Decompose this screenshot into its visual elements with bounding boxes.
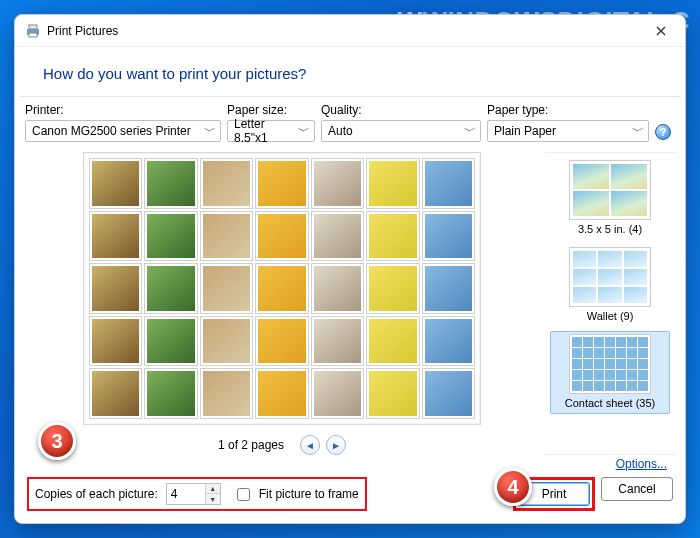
preview-thumb [90,159,141,208]
close-icon [656,26,666,36]
printer-icon [25,23,41,39]
pager-buttons: ◄ ► [300,435,346,455]
dialog-buttons: Print Cancel [513,477,673,511]
quality-control: Quality: Auto ﹀ [321,103,481,142]
layout-option-contact-sheet[interactable]: Contact sheet (35) [550,331,670,414]
titlebar: Print Pictures [15,15,685,47]
preview-column: 1 of 2 pages ◄ ► [27,150,537,455]
layout-label: 3.5 x 5 in. (4) [555,223,665,235]
preview-thumb [367,317,418,366]
layout-label: Wallet (9) [555,310,665,322]
quality-value: Auto [328,124,353,138]
paper-type-select[interactable]: Plain Paper ﹀ [487,120,649,142]
fit-picture-checkbox[interactable] [237,488,250,501]
svg-rect-2 [29,33,37,37]
printer-label: Printer: [25,103,221,117]
print-pictures-dialog: Print Pictures How do you want to print … [14,14,686,524]
body: 1 of 2 pages ◄ ► 3.5 x 5 in. (4) [15,150,685,455]
cancel-button[interactable]: Cancel [601,477,673,501]
preview-thumb [256,212,307,261]
preview-thumb [145,369,196,418]
preview-thumb [201,159,252,208]
preview-thumb [423,212,474,261]
copies-input[interactable] [167,487,205,501]
printer-control: Printer: Canon MG2500 series Printer ﹀ [25,103,221,142]
paper-size-select[interactable]: Letter 8.5"x1 ﹀ [227,120,315,142]
quality-label: Quality: [321,103,481,117]
spinner-up-button[interactable]: ▲ [206,484,220,494]
fit-picture-checkbox-group[interactable]: Fit picture to frame [233,485,359,504]
copies-and-fit-group: Copies of each picture: ▲ ▼ Fit picture … [27,477,367,511]
chevron-down-icon: ﹀ [632,123,644,140]
chevron-down-icon: ﹀ [464,123,476,140]
preview-thumb [201,264,252,313]
preview-thumb [201,317,252,366]
spinner-buttons: ▲ ▼ [205,484,220,504]
preview-thumb [312,317,363,366]
chevron-down-icon: ﹀ [204,123,216,140]
preview-thumb [90,369,141,418]
layout-preview-icon [569,334,651,394]
paper-size-value: Letter 8.5"x1 [234,117,298,145]
pager-next-button[interactable]: ► [326,435,346,455]
copies-spinner[interactable]: ▲ ▼ [166,483,221,505]
preview-thumb [256,317,307,366]
fit-picture-label: Fit picture to frame [259,487,359,501]
layout-preview-icon [569,160,651,220]
preview-thumb [367,212,418,261]
close-button[interactable] [647,20,675,42]
preview-thumb [90,212,141,261]
layout-option-wallet[interactable]: Wallet (9) [550,244,670,327]
preview-page [83,152,481,425]
pager-text: 1 of 2 pages [218,438,284,452]
preview-thumb [90,317,141,366]
paper-size-control: Paper size: Letter 8.5"x1 ﹀ [227,103,315,142]
dialog-title: Print Pictures [47,24,118,38]
preview-thumb [367,159,418,208]
preview-thumb [423,264,474,313]
annotation-badge-4: 4 [494,468,532,506]
options-row: Options... [15,455,685,471]
paper-type-value: Plain Paper [494,124,556,138]
spinner-down-button[interactable]: ▼ [206,494,220,504]
preview-thumb [367,264,418,313]
preview-thumb [145,317,196,366]
preview-thumb [145,264,196,313]
options-link[interactable]: Options... [616,457,667,471]
preview-thumb [312,212,363,261]
preview-thumb [145,212,196,261]
pager: 1 of 2 pages ◄ ► [218,435,346,455]
preview-thumb [312,369,363,418]
preview-thumb-grid [90,159,474,418]
preview-thumb [312,264,363,313]
annotation-badge-3: 3 [38,422,76,460]
printer-select[interactable]: Canon MG2500 series Printer ﹀ [25,120,221,142]
chevron-down-icon: ﹀ [298,123,310,140]
printer-value: Canon MG2500 series Printer [32,124,191,138]
preview-thumb [423,317,474,366]
preview-thumb [145,159,196,208]
preview-thumb [423,159,474,208]
preview-thumb [256,264,307,313]
pager-prev-button[interactable]: ◄ [300,435,320,455]
preview-thumb [90,264,141,313]
quality-select[interactable]: Auto ﹀ [321,120,481,142]
print-controls: Printer: Canon MG2500 series Printer ﹀ P… [15,97,685,150]
paper-type-label: Paper type: [487,103,649,117]
bottom-bar: Copies of each picture: ▲ ▼ Fit picture … [15,471,685,523]
preview-thumb [367,369,418,418]
preview-thumb [256,159,307,208]
layout-list[interactable]: 3.5 x 5 in. (4) Wallet (9) Contact sheet… [545,152,675,455]
header: How do you want to print your pictures? [19,47,681,97]
preview-thumb [256,369,307,418]
paper-size-label: Paper size: [227,103,315,117]
preview-thumb [201,212,252,261]
preview-thumb [423,369,474,418]
svg-rect-1 [29,25,37,29]
copies-label: Copies of each picture: [35,487,158,501]
layout-label: Contact sheet (35) [555,397,665,409]
help-button[interactable]: ? [655,124,671,140]
paper-type-control: Paper type: Plain Paper ﹀ [487,103,649,142]
layout-option-3x5[interactable]: 3.5 x 5 in. (4) [550,157,670,240]
preview-thumb [312,159,363,208]
